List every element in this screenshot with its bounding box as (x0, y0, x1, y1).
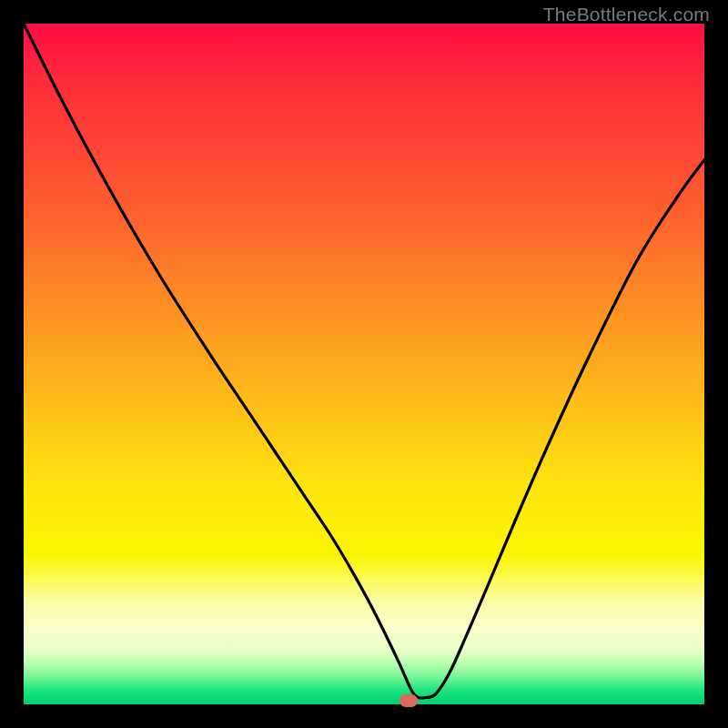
watermark-text: TheBottleneck.com (543, 4, 710, 25)
bottleneck-curve (24, 24, 704, 704)
chart-frame: TheBottleneck.com (0, 0, 728, 728)
plot-area (24, 24, 704, 704)
min-marker (399, 694, 418, 707)
